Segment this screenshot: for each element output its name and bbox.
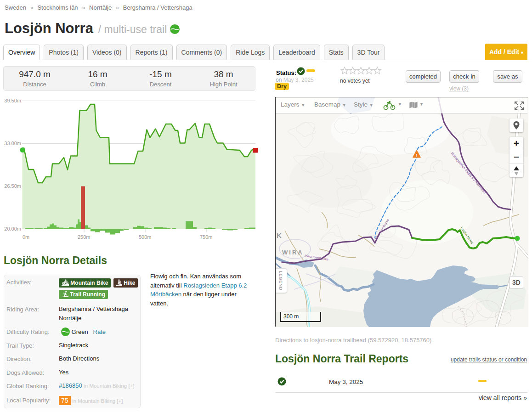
svg-text:!: ! [416, 153, 418, 158]
svg-text:26.50m: 26.50m [4, 183, 21, 189]
svg-text:WIRA: WIRA [282, 249, 304, 256]
svg-text:K: K [277, 231, 282, 239]
svg-text:33.00m: 33.00m [4, 141, 21, 146]
svg-text:0m: 0m [23, 234, 29, 240]
svg-text:250m: 250m [78, 234, 91, 240]
svg-text:39.50m: 39.50m [4, 98, 21, 103]
svg-text:750m: 750m [200, 234, 213, 240]
svg-text:20.00m: 20.00m [4, 226, 21, 231]
svg-text:500m: 500m [139, 234, 152, 240]
